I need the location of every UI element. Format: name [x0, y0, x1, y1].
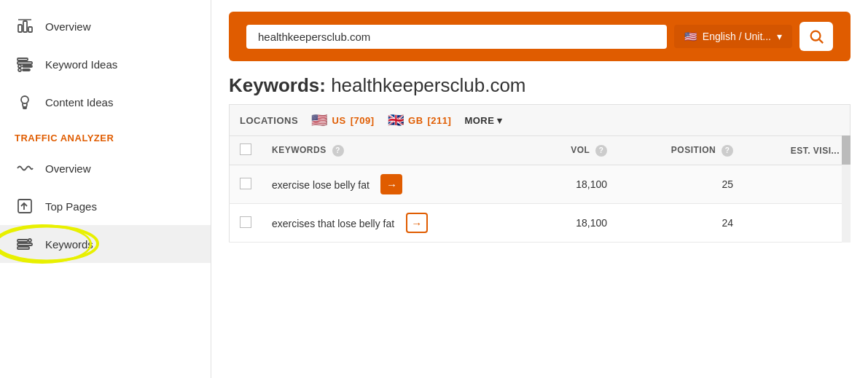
col-keywords: KEYWORDS ?: [262, 136, 531, 165]
keywords-help-icon[interactable]: ?: [332, 145, 344, 157]
row1-checkbox[interactable]: [240, 178, 251, 189]
row2-vol: 18,100: [576, 217, 607, 229]
row1-vol: 18,100: [576, 178, 607, 190]
vol-help-icon[interactable]: ?: [595, 145, 607, 157]
col-vol: VOL ?: [531, 136, 617, 165]
svg-point-7: [18, 68, 21, 71]
col-position: POSITION ?: [617, 136, 743, 165]
keyword-ideas-icon: [15, 54, 35, 74]
sidebar-item-overview-label: Overview: [45, 20, 91, 33]
us-count: [709]: [351, 115, 375, 126]
position-help-icon[interactable]: ?: [722, 145, 733, 157]
row1-vol-cell: 18,100: [531, 165, 617, 204]
col-keywords-label: KEYWORDS: [272, 145, 327, 155]
col-checkbox: [230, 136, 262, 165]
location-gb[interactable]: 🇬🇧 GB [211]: [388, 112, 452, 128]
svg-rect-14: [17, 247, 29, 249]
svg-rect-6: [23, 66, 32, 67]
page-title: Keywords: healthkeepersclub.com: [211, 61, 868, 104]
chevron-down-icon: ▾: [777, 31, 782, 42]
header-checkbox[interactable]: [240, 143, 251, 155]
content-ideas-icon: [15, 92, 35, 112]
row1-keyword: exercise lose belly fat: [272, 179, 370, 191]
col-est-visits-label: EST. VISI...: [791, 146, 840, 156]
keywords-table: KEYWORDS ? VOL ? POSITION ? EST. VISI.: [229, 135, 851, 243]
row1-keyword-cell: exercise lose belly fat →: [262, 165, 531, 204]
language-selector[interactable]: 🇺🇸 English / Unit... ▾: [674, 25, 792, 48]
main-content: 🇺🇸 English / Unit... ▾ Keywords: healthk…: [211, 0, 868, 378]
us-flag: 🇺🇸: [684, 31, 697, 42]
locations-label: LOCATIONS: [240, 115, 298, 126]
svg-rect-13: [17, 243, 32, 245]
col-vol-label: VOL: [571, 145, 590, 155]
scrollbar-thumb[interactable]: [842, 135, 851, 165]
more-label: MORE: [464, 115, 494, 126]
row2-arrow-button[interactable]: →: [406, 213, 428, 233]
table-row: exercise lose belly fat → 18,100 25: [230, 165, 851, 204]
sidebar-item-keywords-label: Keywords: [45, 238, 93, 251]
more-button[interactable]: MORE ▾: [464, 115, 503, 126]
sidebar-item-keyword-ideas[interactable]: Keyword Ideas: [0, 45, 211, 83]
row2-position-cell: 24: [617, 204, 743, 243]
us-flag: 🇺🇸: [311, 112, 328, 128]
svg-rect-8: [23, 69, 30, 71]
sidebar-item-top-pages[interactable]: Top Pages: [0, 187, 211, 225]
sidebar: Overview Keyword Ideas Content Ideas TRA…: [0, 0, 211, 378]
col-est-visits: EST. VISI...: [743, 136, 850, 165]
gb-code: GB: [408, 115, 423, 126]
table-row: exercises that lose belly fat → 18,100 2…: [230, 204, 851, 243]
row2-checkbox[interactable]: [240, 216, 251, 228]
row2-position: 24: [722, 217, 733, 229]
sidebar-item-overview[interactable]: Overview: [0, 7, 211, 45]
row1-position-cell: 25: [617, 165, 743, 204]
svg-point-5: [18, 65, 21, 68]
row2-checkbox-cell: [230, 204, 262, 243]
chart-icon: [15, 16, 35, 36]
keywords-icon: [15, 234, 35, 254]
svg-rect-12: [17, 240, 28, 242]
row2-keyword-cell: exercises that lose belly fat →: [262, 204, 531, 243]
page-title-domain: healthkeepersclub.com: [326, 74, 526, 96]
sidebar-item-content-ideas-label: Content Ideas: [45, 96, 113, 109]
svg-line-18: [819, 39, 823, 43]
sidebar-item-keyword-ideas-label: Keyword Ideas: [45, 58, 117, 71]
row1-checkbox-cell: [230, 165, 262, 204]
table-wrapper: KEYWORDS ? VOL ? POSITION ? EST. VISI.: [229, 135, 851, 243]
sidebar-item-keywords[interactable]: Keywords: [0, 225, 211, 263]
domain-input[interactable]: [246, 25, 667, 49]
table-area: LOCATIONS 🇺🇸 US [709] 🇬🇧 GB [211] MORE ▾: [211, 104, 868, 378]
row2-est-visits-cell: [743, 204, 850, 243]
svg-rect-1: [23, 21, 27, 32]
row2-keyword: exercises that lose belly fat: [272, 218, 394, 229]
page-title-prefix: Keywords:: [229, 74, 326, 96]
gb-count: [211]: [428, 115, 452, 126]
search-icon: [808, 28, 824, 44]
svg-rect-4: [17, 62, 32, 64]
svg-point-15: [28, 239, 31, 242]
chevron-down-icon: ▾: [497, 115, 503, 126]
row1-est-visits-cell: [743, 165, 850, 204]
locations-bar: LOCATIONS 🇺🇸 US [709] 🇬🇧 GB [211] MORE ▾: [229, 104, 851, 135]
wave-icon: [15, 158, 35, 178]
svg-rect-11: [18, 200, 31, 213]
gb-flag: 🇬🇧: [388, 112, 404, 128]
search-button[interactable]: [799, 22, 833, 51]
scrollbar-track[interactable]: [842, 135, 851, 243]
svg-rect-0: [18, 25, 22, 32]
us-code: US: [332, 115, 346, 126]
sidebar-item-top-pages-label: Top Pages: [45, 200, 97, 213]
traffic-analyzer-section-title: TRAFFIC ANALYZER: [0, 121, 211, 149]
svg-point-17: [811, 31, 821, 41]
sidebar-item-ta-overview-label: Overview: [45, 162, 91, 175]
svg-rect-3: [17, 58, 28, 60]
row1-arrow-button[interactable]: →: [380, 174, 402, 194]
row1-position: 25: [722, 178, 733, 190]
svg-rect-2: [28, 27, 32, 32]
location-us[interactable]: 🇺🇸 US [709]: [311, 112, 374, 128]
row2-vol-cell: 18,100: [531, 204, 617, 243]
top-pages-icon: [15, 196, 35, 216]
sidebar-item-ta-overview[interactable]: Overview: [0, 149, 211, 187]
col-position-label: POSITION: [671, 145, 716, 155]
svg-point-9: [21, 96, 28, 103]
sidebar-item-content-ideas[interactable]: Content Ideas: [0, 83, 211, 121]
